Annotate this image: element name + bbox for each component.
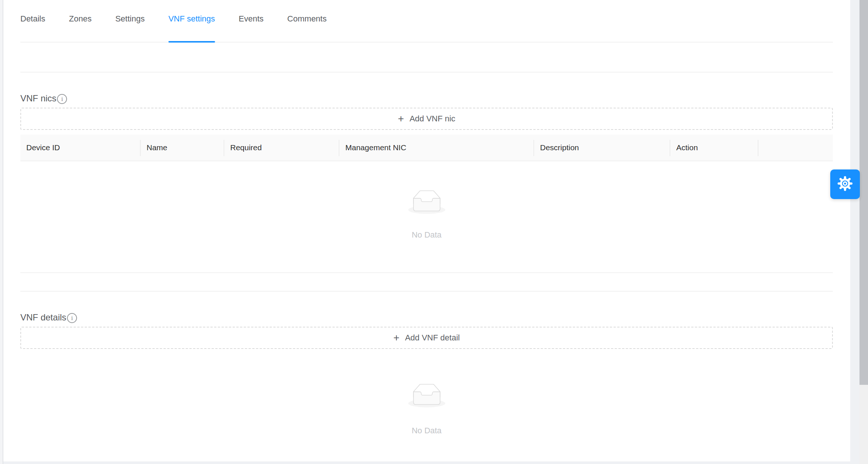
plus-icon: +	[398, 114, 404, 124]
tab-comments[interactable]: Comments	[287, 14, 326, 42]
add-vnf-detail-button[interactable]: + Add VNF detail	[20, 327, 833, 349]
column-required: Required	[224, 135, 339, 161]
tab-settings[interactable]: Settings	[115, 14, 145, 42]
tab-details[interactable]: Details	[20, 14, 45, 42]
vnf-nics-header: VNF nics i	[20, 93, 833, 104]
tab-vnf-settings[interactable]: VNF settings	[168, 14, 215, 42]
vnf-details-section: VNF details i + Add VNF detail	[20, 291, 833, 436]
plus-icon: +	[393, 333, 399, 343]
vnf-nics-empty-state: No Data	[20, 161, 833, 273]
column-management-nic: Management NIC	[339, 135, 534, 161]
add-vnf-nic-button[interactable]: + Add VNF nic	[20, 108, 833, 130]
settings-button[interactable]	[830, 169, 860, 199]
column-name: Name	[141, 135, 224, 161]
no-data-text: No Data	[20, 230, 833, 240]
no-data-text: No Data	[20, 426, 833, 436]
info-circle-icon[interactable]: i	[67, 313, 77, 323]
column-action: Action	[670, 135, 758, 161]
main-content: Details Zones Settings VNF settings Even…	[20, 0, 833, 436]
left-panel-edge	[0, 0, 3, 464]
gear-icon	[837, 176, 853, 193]
vnf-nics-table-header: Device ID Name Required Management NIC D…	[20, 135, 833, 161]
tab-events[interactable]: Events	[239, 14, 264, 42]
column-spacer	[758, 135, 833, 161]
add-vnf-detail-label: Add VNF detail	[405, 333, 460, 343]
vnf-details-title: VNF details	[20, 312, 66, 323]
add-vnf-nic-label: Add VNF nic	[409, 114, 455, 124]
vnf-nics-section: VNF nics i + Add VNF nic Device ID Name …	[20, 72, 833, 273]
empty-box-icon	[408, 190, 445, 215]
column-device-id: Device ID	[20, 135, 141, 161]
tab-bar: Details Zones Settings VNF settings Even…	[20, 0, 833, 43]
vertical-scrollbar[interactable]	[859, 0, 868, 464]
scrollbar-thumb[interactable]	[859, 0, 868, 385]
column-description: Description	[534, 135, 670, 161]
tab-zones[interactable]: Zones	[69, 14, 91, 42]
empty-box-icon	[408, 384, 445, 409]
vnf-nics-title: VNF nics	[20, 93, 56, 104]
page-background-gutter	[850, 0, 859, 464]
vnf-details-header: VNF details i	[20, 312, 833, 323]
info-circle-icon[interactable]: i	[57, 94, 67, 104]
horizontal-scrollbar-track[interactable]	[3, 461, 859, 464]
vnf-details-empty-state: No Data	[20, 349, 833, 436]
